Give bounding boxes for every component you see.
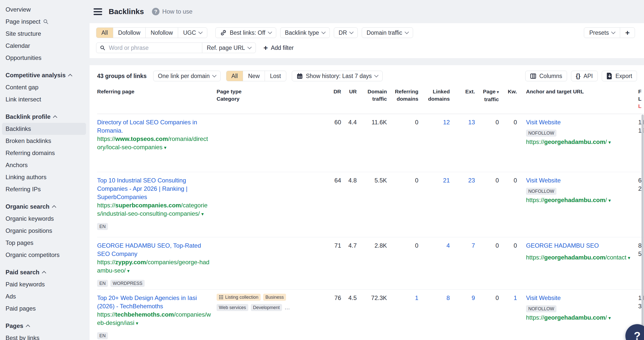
dr-filter-dropdown[interactable]: DR [334, 27, 358, 38]
col-referring-domains[interactable]: Referringdomains [387, 88, 418, 110]
sidebar-item-backlinks[interactable]: Backlinks [2, 123, 86, 135]
url-expand-icon[interactable]: ▾ [201, 211, 204, 217]
url-expand-icon[interactable]: ▾ [608, 315, 611, 321]
columns-button[interactable]: Columns [525, 71, 567, 81]
url-expand-icon[interactable]: ▾ [127, 268, 130, 274]
badge-label: Development [253, 305, 280, 310]
filter-ugc-dropdown[interactable]: UGC [178, 28, 207, 38]
group-mode-dropdown[interactable]: One link per domain [153, 71, 221, 81]
show-history-dropdown[interactable]: Show history: Last 7 days [292, 71, 383, 81]
ext-link[interactable]: 9 [450, 294, 475, 339]
col-linked-domains[interactable]: Linkeddomains [418, 88, 450, 110]
sidebar-item-ads[interactable]: Ads [2, 290, 86, 303]
how-to-use-link[interactable]: ? How to use [152, 8, 192, 15]
domain-traffic-dropdown[interactable]: Domain traffic [362, 27, 413, 38]
sidebar-item-calendar[interactable]: Calendar [2, 40, 86, 52]
sidebar-section-backlink-profile[interactable]: Backlink profile [2, 111, 86, 123]
referring-page-url[interactable]: https://www.topseos.com/romania/director… [97, 135, 211, 152]
add-preset-button[interactable]: + [620, 28, 635, 38]
filter-dofollow-segment[interactable]: Dofollow [113, 28, 146, 38]
sidebar-item-paid-pages[interactable]: Paid pages [2, 303, 86, 315]
sidebar-item-site-structure[interactable]: Site structure [2, 28, 86, 40]
url-expand-icon[interactable]: ▾ [164, 145, 167, 150]
sidebar-section-pages[interactable]: Pages [2, 320, 86, 332]
url-expand-icon[interactable]: ▾ [608, 140, 611, 145]
export-button[interactable]: Export [602, 71, 637, 81]
referring-page-url[interactable]: https://zyppy.com/companies/george-hadam… [97, 258, 211, 275]
linked-domains-link[interactable]: 4 [418, 241, 450, 289]
filter-nofollow-segment[interactable]: Nofollow [146, 28, 178, 38]
col-dr[interactable]: DR [316, 88, 341, 110]
kw-link[interactable]: 1 [499, 294, 517, 339]
presets-dropdown[interactable]: Presets [584, 28, 620, 38]
sidebar-item-paid-keywords[interactable]: Paid keywords [2, 278, 86, 290]
add-filter-button[interactable]: + Add filter [263, 44, 294, 52]
best-links-button[interactable]: Best links: Off [215, 27, 276, 38]
links-lost-segment[interactable]: Lost [265, 71, 286, 81]
col-page-traffic[interactable]: Page▾traffic [475, 88, 499, 110]
sidebar-item-organic-positions[interactable]: Organic positions [2, 225, 86, 237]
sidebar-section-paid-search[interactable]: Paid search [2, 266, 86, 278]
sidebar-item-linking-authors[interactable]: Linking authors [2, 171, 86, 183]
ext-link[interactable]: 23 [450, 176, 475, 237]
filter-all-segment[interactable]: All [96, 28, 113, 38]
sidebar-item-referring-domains[interactable]: Referring domains [2, 147, 86, 159]
referring-page-title-link[interactable]: GEORGE HADAMBU SEO, Top-Rated SEO Compan… [97, 241, 211, 258]
ref-page-url-dropdown[interactable]: Ref. page URL [202, 43, 256, 53]
sidebar-section-competitive-analysis[interactable]: Competitive analysis [2, 69, 86, 81]
anchor-text-link[interactable]: Visit Website [526, 176, 633, 184]
sidebar-item-overview[interactable]: Overview [2, 4, 86, 16]
url-expand-icon[interactable]: ▾ [628, 255, 630, 260]
sidebar-section-organic-search[interactable]: Organic search [2, 201, 86, 213]
col-kw[interactable]: Kw. [499, 88, 517, 110]
sidebar-item-label: Page inspect [6, 18, 41, 25]
col-ext[interactable]: Ext. [450, 88, 475, 110]
referring-page-title-link[interactable]: Directory of Local SEO Companies in Roma… [97, 118, 211, 135]
links-all-segment[interactable]: All [226, 71, 243, 81]
anchor-text-link[interactable]: GEORGE HADAMBU SEO [526, 241, 633, 250]
col-page-type[interactable]: Page typeCategory [217, 88, 316, 110]
ext-link[interactable]: 13 [450, 118, 475, 172]
col-ur[interactable]: UR [341, 88, 357, 110]
anchor-text-link[interactable]: Visit Website [526, 118, 633, 126]
sidebar-item-anchors[interactable]: Anchors [2, 159, 86, 171]
target-url[interactable]: https://georgehadambu.com/▾ [526, 196, 633, 205]
target-url[interactable]: https://georgehadambu.com/▾ [526, 138, 633, 146]
ext-link[interactable]: 7 [450, 241, 475, 289]
sidebar-item-opportunities[interactable]: Opportunities [2, 52, 86, 64]
search-input[interactable] [108, 44, 198, 52]
sidebar-item-best-by-links[interactable]: Best by links [2, 332, 86, 340]
hamburger-menu-icon[interactable] [94, 8, 102, 15]
target-url[interactable]: https://georgehadambu.com/contact▾ [526, 253, 633, 262]
sidebar-item-link-intersect[interactable]: Link intersect [2, 93, 86, 105]
col-first-last-seen[interactable]: FLL [638, 88, 644, 110]
sidebar-item-organic-keywords[interactable]: Organic keywords [2, 213, 86, 225]
col-anchor-target-url[interactable]: Anchor and target URL [517, 88, 633, 110]
links-new-segment[interactable]: New [243, 71, 265, 81]
url-expand-icon[interactable]: ▾ [136, 321, 138, 326]
col-domain-traffic[interactable]: Domaintraffic [357, 88, 387, 110]
linked-domains-link[interactable]: 8 [418, 294, 450, 339]
api-button[interactable]: {} API [571, 71, 598, 81]
sidebar-item-organic-competitors[interactable]: Organic competitors [2, 249, 86, 261]
referring-page-url[interactable]: https://techbehemoths.com/companies/web-… [97, 310, 211, 327]
sidebar-item-content-gap[interactable]: Content gap [2, 81, 86, 93]
referring-domains-link[interactable]: 1 [387, 294, 418, 339]
url-expand-icon[interactable]: ▾ [608, 198, 611, 203]
target-url[interactable]: https://georgehadambu.com/▾ [526, 313, 633, 322]
linked-domains-link[interactable]: 12 [418, 118, 450, 172]
sidebar-item-referring-ips[interactable]: Referring IPs [2, 183, 86, 195]
col-referring-page[interactable]: Referring page [97, 88, 217, 110]
col-label: Linked [418, 88, 450, 95]
referring-page-title-link[interactable]: Top 10 Industrial SEO Consulting Compani… [97, 176, 211, 201]
referring-page-url[interactable]: https://superbcompanies.com/categories/i… [97, 201, 211, 218]
sidebar-item-broken-backlinks[interactable]: Broken backlinks [2, 135, 86, 147]
sidebar-item-page-inspect[interactable]: Page inspect [2, 16, 86, 28]
vertical-scrollbar[interactable] [641, 115, 644, 340]
anchor-text-link[interactable]: Visit Website [526, 294, 633, 302]
backlink-type-dropdown[interactable]: Backlink type [280, 27, 330, 38]
referring-page-title-link[interactable]: Top 20+ Web Design Agencies in Iasi (202… [97, 294, 211, 310]
more-badges-button[interactable]: … [285, 303, 290, 312]
linked-domains-link[interactable]: 21 [418, 176, 450, 237]
sidebar-item-top-pages[interactable]: Top pages [2, 237, 86, 249]
